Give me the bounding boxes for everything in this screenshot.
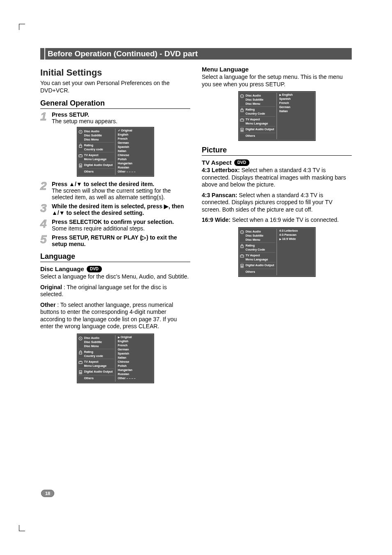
svg-point-13	[242, 96, 242, 97]
right-column: Menu Language Select a language for the …	[202, 64, 352, 387]
page-number-badge: 18	[41, 490, 54, 497]
disc-language-intro: Select a language for the disc's Menu, A…	[40, 273, 190, 281]
step-number: 2	[40, 181, 49, 200]
step-number: 1	[40, 111, 49, 124]
tv-icon	[240, 118, 244, 122]
step-3-lead: While the desired item is selected, pres…	[52, 203, 184, 216]
svg-point-7	[80, 338, 81, 339]
svg-point-17	[241, 130, 242, 131]
svg-point-1	[80, 131, 81, 132]
step-2: 2 Press ▲/▼ to select the desired item. …	[40, 181, 190, 200]
disc-language-original: Original : The original language set for…	[40, 284, 190, 298]
dvd-badge: DVD	[87, 266, 102, 272]
svg-point-11	[80, 372, 81, 373]
step-2-body: The screen will show the current setting…	[52, 187, 171, 200]
step-number: 5	[40, 234, 49, 247]
heading-menu-language: Menu Language	[202, 66, 352, 73]
speaker-icon	[240, 264, 244, 268]
lock-icon	[78, 144, 83, 148]
section-title: Before Operation (Continued) - DVD part	[45, 48, 352, 60]
svg-point-23	[241, 265, 242, 267]
heading-general-operation: General Operation	[40, 99, 190, 109]
dvd-badge: DVD	[234, 159, 249, 166]
osd-screenshot-general: Disc AudioDisc SubtitleDisc Menu RatingC…	[77, 127, 154, 177]
heading-language: Language	[40, 252, 190, 262]
disc-icon	[78, 130, 83, 134]
svg-rect-3	[79, 155, 82, 157]
left-column: Initial Settings You can set your own Pe…	[40, 64, 190, 387]
disc-icon	[78, 336, 83, 341]
step-1-lead: Press SETUP.	[52, 111, 89, 118]
step-5-lead: Press SETUP, RETURN or PLAY (▷) to exit …	[52, 234, 177, 247]
speaker-icon	[78, 164, 83, 168]
lock-icon	[240, 108, 244, 112]
heading-picture: Picture	[202, 146, 352, 156]
step-5: 5 Press SETUP, RETURN or PLAY (▷) to exi…	[40, 234, 190, 247]
step-1: 1 Press SETUP. The setup menu appears.	[40, 111, 190, 124]
page-content: Before Operation (Continued) - DVD part …	[40, 48, 352, 387]
speaker-icon	[240, 128, 244, 132]
tv-aspect-43lb: 4:3 Letterbox: Select when a standard 4:…	[202, 167, 352, 189]
tv-icon	[78, 154, 83, 158]
svg-point-19	[242, 232, 242, 233]
heading-initial-settings: Initial Settings	[40, 67, 190, 78]
step-4-body: Some items require additional steps.	[52, 225, 145, 232]
svg-rect-21	[240, 255, 244, 257]
svg-rect-15	[240, 119, 244, 121]
svg-rect-2	[79, 145, 82, 147]
svg-rect-8	[79, 352, 82, 354]
disc-language-other: Other : To select another language, pres…	[40, 302, 190, 330]
svg-rect-20	[241, 246, 243, 248]
step-3: 3 While the desired item is selected, pr…	[40, 203, 190, 216]
section-title-bar: Before Operation (Continued) - DVD part	[40, 48, 352, 60]
speaker-icon	[78, 370, 83, 374]
svg-rect-14	[241, 110, 243, 112]
heading-disc-language: Disc Language DVD	[40, 265, 190, 272]
disc-icon	[240, 94, 244, 98]
step-4: 4 Press SELECT/OK to confirm your select…	[40, 219, 190, 232]
tv-aspect-43ps: 4:3 Panscan: Select when a standard 4:3 …	[202, 192, 352, 214]
tv-icon	[78, 360, 83, 364]
step-4-lead: Press SELECT/OK to confirm your selectio…	[52, 219, 174, 225]
lock-icon	[240, 244, 244, 248]
step-1-body: The setup menu appears.	[52, 118, 118, 124]
menu-language-paragraph: Select a language for the setup menu. Th…	[202, 74, 352, 88]
svg-rect-9	[79, 362, 82, 364]
osd-screenshot-disc-language: Disc AudioDisc SubtitleDisc Menu RatingC…	[77, 334, 154, 383]
step-2-lead: Press ▲/▼ to select the desired item.	[52, 181, 154, 187]
svg-point-5	[80, 166, 81, 167]
lock-icon	[78, 350, 83, 355]
tv-icon	[240, 254, 244, 258]
step-number: 4	[40, 219, 49, 232]
tv-aspect-169: 16:9 Wide: Select when a 16:9 wide TV is…	[202, 216, 352, 224]
step-number: 3	[40, 203, 49, 216]
disc-icon	[240, 230, 244, 234]
intro-paragraph: You can set your own Personal Preference…	[40, 80, 190, 94]
osd-screenshot-menu-language: Disc AudioDisc SubtitleDisc Menu RatingC…	[238, 91, 316, 141]
osd-screenshot-tv-aspect: Disc AudioDisc SubtitleDisc Menu RatingC…	[238, 227, 316, 277]
heading-tv-aspect: TV Aspect DVD	[202, 159, 352, 166]
